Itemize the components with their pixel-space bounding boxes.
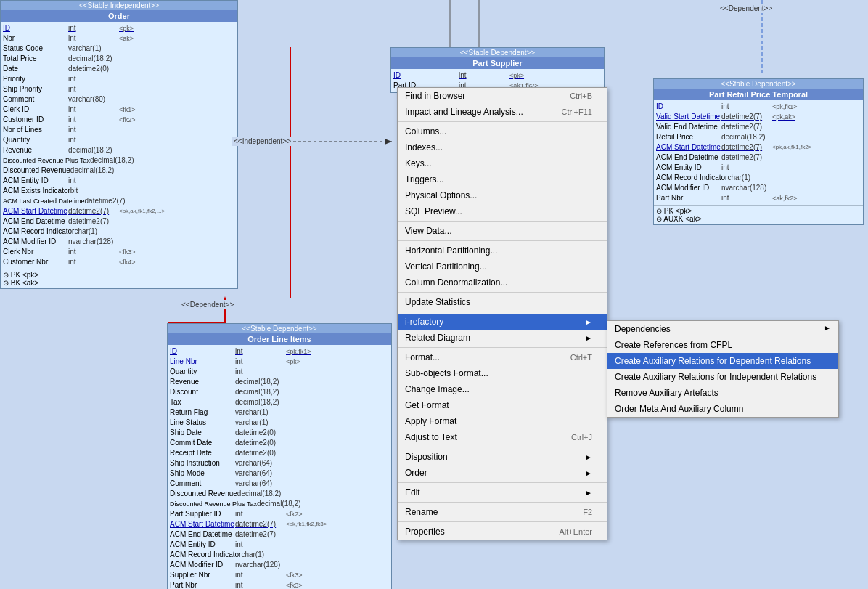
table-row: Supplier Nbrint<fk3> — [168, 570, 391, 580]
menu-indexes[interactable]: Indexes... — [398, 139, 607, 155]
submenu-dependencies[interactable]: Dependencies ► — [607, 321, 838, 337]
menu-columns[interactable]: Columns... — [398, 123, 607, 139]
submenu-create-references[interactable]: Create References from CFPL — [607, 337, 838, 353]
table-row: Discounted Revenue Plus Taxdecimal(18,2) — [1, 155, 237, 166]
table-row: Nbrint<ak> — [1, 33, 237, 44]
menu-rename[interactable]: Rename F2 — [398, 504, 607, 520]
menu-impact-lineage[interactable]: Impact and Lineage Analysis... Ctrl+F11 — [398, 104, 607, 120]
table-row: Part Nbrint<ak,fk2> — [654, 193, 863, 203]
separator-7 — [398, 447, 607, 447]
table-row: ACM Record Indicatorchar(1) — [1, 227, 237, 237]
menu-keys[interactable]: Keys... — [398, 155, 607, 171]
submenu-order-meta[interactable]: Order Meta And Auxiliary Column — [607, 401, 838, 417]
part-supplier-entity: <<Stable Dependent>> Part Supplier IDint… — [390, 47, 605, 93]
menu-find-browser[interactable]: Find in Browser Ctrl+B — [398, 88, 607, 104]
menu-change-image[interactable]: Change Image... — [398, 381, 607, 397]
menu-i-refactory[interactable]: i-refactory ► — [398, 314, 607, 330]
menu-horizontal-partitioning[interactable]: Horizontal Partitioning... — [398, 243, 607, 259]
table-row: ACM End Datetimedatetime2(7) — [654, 153, 863, 163]
table-row: Discounted Revenue Plus Taxdecimal(18,2) — [168, 499, 391, 509]
table-row: Retail Pricedecimal(18,2) — [654, 132, 863, 142]
order-line-header: Order Line Items — [168, 333, 391, 345]
part-retail-header: Part Retail Price Temporal — [654, 89, 863, 100]
order-stereotype: <<Stable Independent>> — [1, 1, 237, 10]
separator-5 — [398, 312, 607, 312]
svg-marker-4 — [385, 139, 392, 145]
irefactory-submenu: Dependencies ► Create References from CF… — [607, 320, 839, 418]
menu-sub-objects-format[interactable]: Sub-objects Format... — [398, 365, 607, 381]
menu-triggers[interactable]: Triggers... — [398, 171, 607, 187]
part-retail-stereotype: <<Stable Dependent>> — [654, 79, 863, 89]
table-row: Datedatetime2(0) — [1, 64, 237, 74]
table-row: Taxdecimal(18,2) — [168, 397, 391, 407]
table-row: ACM Entity IDint — [168, 540, 391, 550]
table-row: ACM Record Indicatorchar(1) — [654, 173, 863, 183]
table-row: Nbr of Linesint — [1, 125, 237, 135]
table-row: Discounted Revenuedecimal(18,2) — [1, 166, 237, 176]
menu-properties[interactable]: Properties Alt+Enter — [398, 524, 607, 540]
part-retail-price-entity: <<Stable Dependent>> Part Retail Price T… — [653, 78, 864, 225]
table-row: Commentvarchar(80) — [1, 94, 237, 105]
order-entity: <<Stable Independent>> Order IDint<pk> N… — [0, 0, 238, 289]
table-row: ACM Start Datetimedatetime2(7)<pk,ak,fk1… — [654, 142, 863, 153]
table-row: Line Statusvarchar(1) — [168, 418, 391, 428]
table-row: ACM Start Datetimedatetime2(7)<pk,fk1,fk… — [168, 519, 391, 529]
menu-sql-preview[interactable]: SQL Preview... — [398, 203, 607, 219]
table-row: Discounted Revenuedecimal(18,2) — [168, 489, 391, 499]
table-row: ACM Entity IDint — [1, 176, 237, 186]
table-row: IDint<pk> — [391, 70, 604, 81]
table-row: Ship Modevarchar(64) — [168, 468, 391, 479]
menu-format[interactable]: Format... Ctrl+T — [398, 349, 607, 365]
menu-apply-format[interactable]: Apply Format — [398, 413, 607, 429]
dependent-label: <<Dependent>> — [180, 300, 235, 309]
table-row: Customer IDint<fk2> — [1, 115, 237, 125]
order-header: Order — [1, 10, 237, 22]
part-retail-body: IDint<pk,fk1> Valid Start Datetimedateti… — [654, 100, 863, 205]
table-row: Clerk IDint<fk1> — [1, 105, 237, 115]
table-row: Revenuedecimal(18,2) — [168, 377, 391, 387]
submenu-remove-auxiliary[interactable]: Remove Auxiliary Artefacts — [607, 385, 838, 401]
table-row: Priorityint — [1, 74, 237, 84]
separator-3 — [398, 240, 607, 241]
separator-10 — [398, 521, 607, 522]
table-row: Ship Priorityint — [1, 84, 237, 94]
part-retail-footer: ⊙ PK <pk> ⊙ AUXK <ak> — [654, 205, 863, 224]
table-row: ACM End Datetimedatetime2(7) — [168, 529, 391, 540]
table-row: Total Pricedecimal(18,2) — [1, 54, 237, 64]
separator-9 — [398, 502, 607, 503]
table-row: Commentvarchar(64) — [168, 479, 391, 489]
separator-8 — [398, 482, 607, 483]
submenu-create-auxiliary-dependent[interactable]: Create Auxiliary Relations for Dependent… — [607, 353, 838, 369]
part-supplier-header: Part Supplier — [391, 57, 604, 69]
table-row: ACM Modifier IDnvarchar(128) — [654, 183, 863, 193]
menu-adjust-to-text[interactable]: Adjust to Text Ctrl+J — [398, 429, 607, 445]
table-row: IDint<pk> — [1, 23, 237, 33]
submenu-create-auxiliary-independent[interactable]: Create Auxiliary Relations for Independe… — [607, 369, 838, 385]
table-row: ACM Exists Indicatorbit — [1, 186, 237, 196]
table-row: ACM Modifier IDnvarchar(128) — [168, 560, 391, 570]
context-menu: Find in Browser Ctrl+B Impact and Lineag… — [397, 87, 607, 540]
table-row: IDint<pk,fk1> — [654, 102, 863, 112]
order-line-items-entity: <<Stable Dependent>> Order Line Items ID… — [167, 323, 392, 589]
table-row: Valid Start Datetimedatetime2(7)<pk,ak> — [654, 112, 863, 122]
menu-view-data[interactable]: View Data... — [398, 223, 607, 239]
menu-column-denormalization[interactable]: Column Denormalization... — [398, 275, 607, 291]
menu-order[interactable]: Order ► — [398, 465, 607, 481]
menu-edit[interactable]: Edit ► — [398, 484, 607, 500]
menu-related-diagram[interactable]: Related Diagram ► — [398, 330, 607, 346]
menu-disposition[interactable]: Disposition ► — [398, 449, 607, 465]
menu-physical-options[interactable]: Physical Options... — [398, 187, 607, 203]
table-row: Revenuedecimal(18,2) — [1, 145, 237, 155]
separator-2 — [398, 221, 607, 222]
table-row: Clerk Nbrint<fk3> — [1, 247, 237, 257]
table-row: Status Codevarchar(1) — [1, 44, 237, 54]
table-row: ACM Start Datetimedatetime2(7)<pk,ak,fk1… — [1, 206, 237, 216]
independent-label: <<Independent>> — [232, 137, 292, 146]
menu-get-format[interactable]: Get Format — [398, 397, 607, 413]
table-row: Commit Datedatetime2(0) — [168, 438, 391, 448]
table-row: ACM End Datetimedatetime2(7) — [1, 216, 237, 227]
menu-update-statistics[interactable]: Update Statistics — [398, 294, 607, 310]
table-row: Ship Instructionvarchar(64) — [168, 458, 391, 468]
table-row: ACM Entity IDint — [654, 163, 863, 173]
menu-vertical-partitioning[interactable]: Vertical Partitioning... — [398, 259, 607, 275]
